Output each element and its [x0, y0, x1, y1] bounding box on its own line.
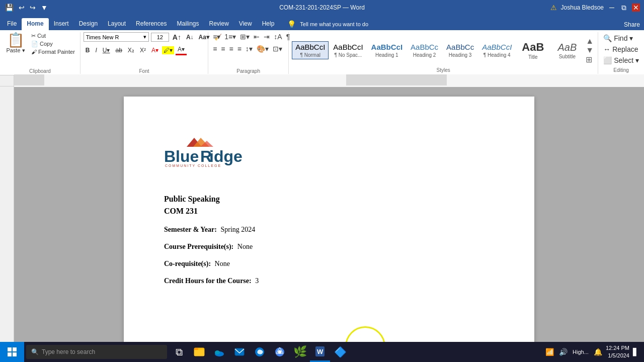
minimize-button[interactable]: ─ [608, 4, 616, 12]
taskbar-unknown2-icon[interactable]: 🔷 [330, 342, 350, 362]
save-icon[interactable]: 💾 [4, 4, 15, 12]
font-color-button[interactable]: A▾ [149, 46, 160, 55]
styles-scroll-up[interactable]: ▲ [585, 37, 595, 46]
taskbar-search-bar[interactable]: 🔍 Type here to search [26, 345, 167, 359]
highlight-button[interactable]: 🖊▾ [162, 46, 174, 54]
paste-label: Paste ▾ [6, 47, 25, 54]
restore-button[interactable]: ⧉ [620, 4, 628, 12]
taskbar-unknown-icon[interactable]: 🌿 [290, 342, 310, 362]
cut-button[interactable]: ✂ Cut [29, 32, 77, 40]
justify-button[interactable]: ≡ [236, 44, 243, 53]
style-heading1[interactable]: AaBbCcI Heading 1 [368, 41, 407, 59]
align-center-button[interactable]: ≡ [219, 44, 226, 53]
style-heading3[interactable]: AaBbCc Heading 3 [443, 41, 477, 59]
paragraph-group-label: Paragraph [211, 68, 285, 74]
taskbar-chrome-icon[interactable] [270, 342, 290, 362]
format-painter-button[interactable]: 🖌 Format Painter [29, 48, 77, 55]
bullets-button[interactable]: ≡▾ [211, 32, 222, 41]
font-size-selector[interactable]: 12 [151, 33, 169, 42]
lightbulb-icon: 💡 [287, 20, 296, 28]
grow-font-button[interactable]: A↑ [171, 33, 183, 42]
task-view-button[interactable]: ⧉ [169, 342, 189, 362]
shading-button[interactable]: 🎨▾ [255, 44, 270, 53]
select-button[interactable]: ⬜ Select ▾ [601, 55, 641, 65]
title-bar: 💾 ↩ ↪ ▼ COM-231-201-2024SP — Word ⚠ Josh… [0, 0, 644, 15]
clock[interactable]: 12:24 PM 1/5/2024 [606, 344, 629, 360]
decrease-indent-button[interactable]: ⇤ [252, 32, 261, 41]
taskbar-search-input[interactable]: Type here to search [42, 348, 162, 355]
font-color2-button[interactable]: A▾ [176, 45, 187, 55]
line-spacing-button[interactable]: ↕▾ [244, 44, 254, 53]
tab-help[interactable]: Help [257, 18, 280, 30]
bold-button[interactable]: B [84, 46, 92, 55]
tab-file[interactable]: File [2, 18, 22, 30]
qat-more-icon[interactable]: ▼ [40, 4, 49, 12]
clipboard-label: Clipboard [3, 68, 77, 74]
style-normal[interactable]: AaBbCcI ¶ Normal [292, 41, 329, 59]
multilevel-button[interactable]: ⊞▾ [238, 32, 251, 41]
document-area[interactable]: Blue R idge COMMUNITY COLLEGE Public Spe… [14, 86, 644, 348]
share-button[interactable]: Share [624, 21, 640, 28]
close-button[interactable]: ✕ [632, 4, 640, 12]
taskbar-volume-icon[interactable]: 🔊 [557, 348, 569, 356]
shrink-font-button[interactable]: A↓ [185, 33, 195, 41]
align-right-button[interactable]: ≡ [228, 44, 235, 53]
tell-me-input[interactable]: Tell me what you want to do [300, 21, 368, 27]
tab-home[interactable]: Home [22, 18, 48, 30]
underline-button[interactable]: U▾ [101, 46, 112, 55]
style-title[interactable]: AaB Title [516, 39, 549, 61]
styles-scroll-down[interactable]: ▼ [585, 46, 595, 55]
tab-layout[interactable]: Layout [103, 18, 131, 30]
tab-view[interactable]: View [234, 18, 257, 30]
notification-icon[interactable]: 🔔 [592, 348, 604, 356]
align-left-button[interactable]: ≡ [211, 44, 218, 53]
style-no-space[interactable]: AaBbCcI ¶ No Spac... [330, 41, 366, 59]
style-subtitle-preview: AaB [557, 41, 577, 53]
highlight-badge[interactable]: High... [571, 349, 590, 355]
style-subtitle[interactable]: AaB Subtitle [550, 40, 584, 61]
start-button[interactable] [0, 342, 24, 362]
tab-references[interactable]: References [131, 18, 172, 30]
taskbar-word-icon[interactable]: W [310, 342, 330, 362]
svg-rect-1 [14, 74, 44, 85]
paste-button[interactable]: 📋 Paste ▾ [3, 32, 28, 55]
replace-button[interactable]: ↔ Replace [601, 44, 641, 54]
numbering-button[interactable]: 1≡▾ [223, 32, 237, 41]
taskbar-search-icon: 🔍 [31, 348, 39, 355]
superscript-button[interactable]: X² [138, 46, 148, 55]
font-name-selector[interactable]: Times New R ▾ [84, 32, 149, 42]
taskbar-mail-icon[interactable] [229, 342, 250, 362]
styles-more-button[interactable]: ⊞ [585, 55, 595, 64]
taskbar-explorer-icon[interactable] [189, 342, 209, 362]
undo-icon[interactable]: ↩ [18, 4, 26, 12]
copy-button[interactable]: 📄 Copy [29, 40, 77, 48]
italic-button[interactable]: I [93, 46, 99, 55]
taskbar-onedrive-icon[interactable] [209, 342, 229, 362]
tab-design[interactable]: Design [74, 18, 103, 30]
style-heading2[interactable]: AaBbCc Heading 2 [407, 41, 442, 59]
style-h1-preview: AaBbCcI [371, 43, 403, 52]
tab-review[interactable]: Review [204, 18, 233, 30]
redo-icon[interactable]: ↪ [29, 4, 37, 12]
increase-indent-button[interactable]: ⇥ [262, 32, 271, 41]
editing-group: 🔍 Find ▾ ↔ Replace ⬜ Select ▾ Editing [598, 32, 644, 74]
sort-button[interactable]: ↕A [272, 32, 283, 41]
find-button[interactable]: 🔍 Find ▾ [601, 33, 641, 43]
show-desktop-button[interactable]: ▋ [631, 348, 640, 356]
tab-mailings[interactable]: Mailings [172, 18, 204, 30]
clock-date: 1/5/2024 [606, 352, 629, 359]
coreq-label: Co-requisite(s): [164, 260, 211, 267]
taskbar-right: 📶 🔊 High... 🔔 12:24 PM 1/5/2024 ▋ [544, 344, 644, 360]
font-name-value: Times New R [86, 34, 119, 40]
svg-point-22 [278, 350, 282, 354]
semester-field: Semester & Year: Spring 2024 [164, 226, 498, 234]
subscript-button[interactable]: X₂ [126, 46, 136, 55]
taskbar-edge-icon[interactable] [250, 342, 270, 362]
taskbar-network-icon[interactable]: 📶 [544, 348, 555, 356]
strikethrough-button[interactable]: ab [114, 46, 124, 55]
clipboard-group: 📋 Paste ▾ ✂ Cut 📄 Copy 🖌 Format Painter … [0, 32, 80, 74]
tab-insert[interactable]: Insert [49, 18, 74, 30]
style-heading4[interactable]: AaBbCcI ¶ Heading 4 [478, 41, 515, 59]
borders-button[interactable]: ⊡▾ [271, 44, 284, 53]
user-name[interactable]: Joshua Bledsoe [561, 4, 604, 11]
